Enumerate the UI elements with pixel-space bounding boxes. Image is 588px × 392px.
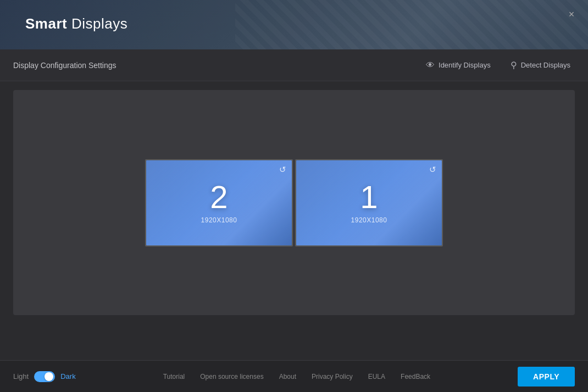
display-2-rotate-icon[interactable]: ↺ [279, 165, 286, 175]
theme-dark-label: Dark [60, 372, 75, 380]
display-2-screen: ↺ 2 1920X1080 [146, 160, 292, 245]
privacy-link[interactable]: Privacy Policy [312, 373, 353, 380]
bottom-bar: Light Dark Tutorial Open source licenses… [0, 360, 588, 392]
search-icon: ⚲ [511, 60, 517, 70]
display-1-resolution: 1920X1080 [351, 216, 387, 224]
settings-actions: 👁 Identify Displays ⚲ Detect Displays [421, 58, 575, 72]
open-source-link[interactable]: Open source licenses [200, 373, 263, 380]
display-2-number: 2 [210, 181, 228, 213]
displays-container: ↺ 2 1920X1080 ↺ 1 1920X1080 [145, 159, 443, 247]
theme-toggle[interactable] [34, 371, 55, 382]
display-2-resolution: 1920X1080 [201, 216, 237, 224]
footer-links: Tutorial Open source licenses About Priv… [163, 373, 430, 380]
eye-icon: 👁 [426, 60, 435, 70]
display-1-rotate-icon[interactable]: ↺ [429, 165, 436, 175]
close-button[interactable]: × [564, 7, 579, 22]
right-actions: APPLY [518, 367, 575, 387]
display-1-wrapper[interactable]: ↺ 1 1920X1080 [295, 159, 443, 247]
about-link[interactable]: About [279, 373, 296, 380]
tutorial-link[interactable]: Tutorial [163, 373, 185, 380]
detect-displays-button[interactable]: ⚲ Detect Displays [506, 58, 575, 72]
display-canvas: ↺ 2 1920X1080 ↺ 1 1920X1080 [13, 90, 575, 315]
theme-toggle-area: Light Dark [13, 371, 76, 382]
display-2-wrapper[interactable]: ↺ 2 1920X1080 [145, 159, 293, 247]
feedback-link[interactable]: FeedBack [401, 373, 430, 380]
app-title: Smart Displays [0, 0, 588, 32]
settings-bar: Display Configuration Settings 👁 Identif… [0, 49, 588, 81]
display-1-number: 1 [360, 181, 378, 213]
eula-link[interactable]: EULA [368, 373, 385, 380]
identify-label: Identify Displays [439, 61, 491, 69]
detect-label: Detect Displays [521, 61, 570, 69]
app-header: Smart Displays × [0, 0, 588, 49]
settings-title: Display Configuration Settings [13, 61, 117, 70]
toggle-thumb [45, 372, 53, 381]
identify-displays-button[interactable]: 👁 Identify Displays [421, 58, 495, 72]
title-light: Displays [67, 15, 127, 32]
title-bold: Smart [25, 15, 67, 32]
theme-light-label: Light [13, 372, 29, 380]
apply-button[interactable]: APPLY [518, 367, 575, 387]
display-1-screen: ↺ 1 1920X1080 [296, 160, 442, 245]
